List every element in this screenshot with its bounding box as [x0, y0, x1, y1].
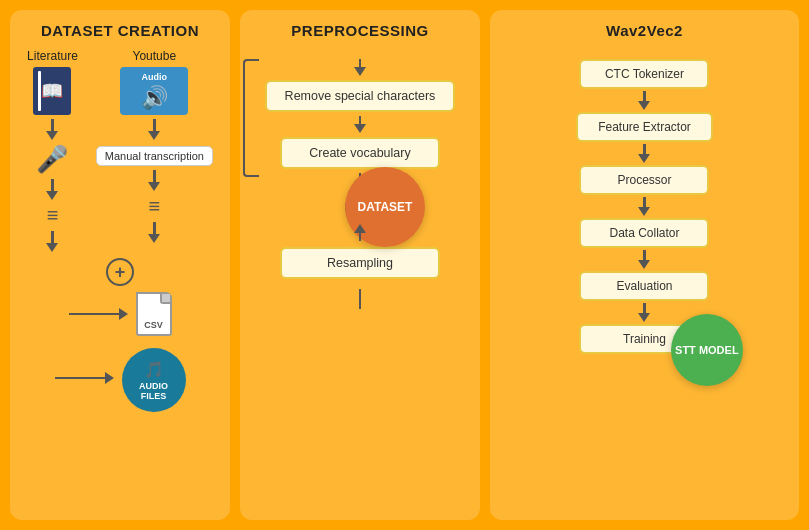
data-collator-box: Data Collator: [579, 218, 709, 248]
yt-arrow3: [148, 222, 160, 243]
audio-files-label: AUDIOFILES: [139, 381, 168, 401]
audio-badge: Audio: [138, 71, 172, 83]
r-arrow4: [638, 250, 650, 269]
lit-arrow2: [46, 179, 58, 200]
plus-row: +: [106, 258, 134, 286]
resampling-label: Resampling: [327, 256, 393, 270]
top-arrow: [354, 59, 366, 76]
panel-middle-title: PREPROCESSING: [291, 22, 428, 39]
dataset-label: DATASET: [358, 200, 413, 214]
remove-special-chars-box: Remove special characters: [265, 80, 456, 112]
youtube-label: Youtube: [133, 49, 177, 63]
manual-transcription-label: Manual transcription: [105, 150, 204, 162]
list-icon-yt: ≡: [149, 195, 161, 218]
r-arrow3: [638, 197, 650, 216]
plus-circle-left: +: [106, 258, 134, 286]
loop-bracket: [243, 59, 259, 177]
csv-label: CSV: [144, 320, 163, 330]
manual-transcription-box: Manual transcription: [96, 146, 213, 166]
plus-wrapper: + DATASET: [345, 192, 375, 222]
create-vocab-box: Create vocabulary: [280, 137, 440, 169]
mid-wrapper: Remove special characters Create vocabul…: [250, 49, 470, 309]
evaluation-label: Evaluation: [616, 279, 672, 293]
processor-label: Processor: [617, 173, 671, 187]
panel-right-title: Wav2Vec2: [606, 22, 683, 39]
youtube-source: Youtube Audio 🔊 Manual transcription ≡: [96, 49, 213, 252]
arrow-to-audio: [55, 372, 114, 384]
up-arrow: [354, 224, 366, 241]
stt-model-circle: STT MODEL: [671, 314, 743, 386]
lit-arrow: [46, 119, 58, 140]
r-arrow2: [638, 144, 650, 163]
data-collator-label: Data Collator: [609, 226, 679, 240]
mid-arrow1: [354, 116, 366, 133]
panel-preprocessing: PREPROCESSING Remove special characters: [240, 10, 480, 520]
person-mic-icon: 🎤: [36, 144, 68, 175]
create-vocab-label: Create vocabulary: [309, 146, 410, 160]
book-icon: 📖: [33, 67, 71, 115]
processor-box: Processor: [579, 165, 709, 195]
yt-arrow: [148, 119, 160, 140]
r-arrow5: [638, 303, 650, 322]
feature-extractor-box: Feature Extractor: [576, 112, 713, 142]
feature-extractor-label: Feature Extractor: [598, 120, 691, 134]
arrow-to-csv: [69, 308, 128, 320]
bottom-arrows: CSV: [20, 292, 220, 336]
literature-source: Literature 📖 🎤 ≡: [27, 49, 78, 252]
youtube-box: Audio 🔊: [120, 67, 188, 115]
panel-dataset-creation: DATASET CREATION Literature 📖 🎤 ≡: [10, 10, 230, 520]
literature-label: Literature: [27, 49, 78, 63]
sources-row: Literature 📖 🎤 ≡: [20, 49, 220, 252]
training-label: Training: [623, 332, 666, 346]
mid-flow: Remove special characters Create vocabul…: [265, 59, 456, 309]
lit-arrow3: [46, 231, 58, 252]
yt-arrow2: [148, 170, 160, 191]
remove-special-chars-label: Remove special characters: [285, 89, 436, 103]
right-flow: CTC Tokenizer Feature Extractor Processo…: [576, 57, 713, 356]
right-wrapper: CTC Tokenizer Feature Extractor Processo…: [500, 49, 789, 406]
audio-files-circle: 🎵 AUDIOFILES: [122, 348, 186, 412]
list-icon-lit: ≡: [47, 204, 59, 227]
r-arrow1: [638, 91, 650, 110]
stt-model-label: STT MODEL: [675, 344, 739, 356]
audio-files-row: 🎵 AUDIOFILES: [20, 344, 220, 412]
audio-files-icon: 🎵: [144, 360, 164, 379]
speaker-icon: 🔊: [141, 85, 168, 111]
main-container: DATASET CREATION Literature 📖 🎤 ≡: [0, 0, 809, 530]
panel-left-title: DATASET CREATION: [41, 22, 199, 39]
file-body: CSV: [136, 292, 172, 336]
file-corner: [160, 294, 170, 304]
loop-section: Remove special characters Create vocabul…: [265, 59, 456, 190]
resampling-box: Resampling: [280, 247, 440, 279]
up-from-audio: [359, 289, 362, 309]
panel-wav2vec2: Wav2Vec2 CTC Tokenizer Feature Extractor: [490, 10, 799, 520]
evaluation-box: Evaluation: [579, 271, 709, 301]
csv-file: CSV: [136, 292, 172, 336]
ctc-tokenizer-box: CTC Tokenizer: [579, 59, 709, 89]
ctc-tokenizer-label: CTC Tokenizer: [605, 67, 684, 81]
